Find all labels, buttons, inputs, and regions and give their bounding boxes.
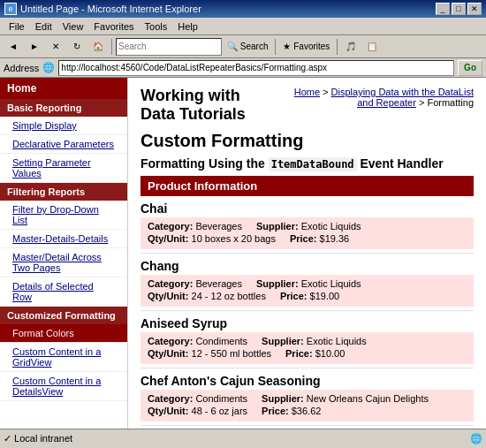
- addressbar: Address 🌐 Go: [0, 58, 486, 78]
- menu-favorites[interactable]: Favorites: [88, 19, 139, 34]
- maximize-button[interactable]: □: [452, 3, 466, 15]
- sidebar-item-declarative-parameters[interactable]: Declarative Parameters: [0, 135, 127, 154]
- page-header: Working with Data Tutorials Home > Displ…: [140, 87, 474, 124]
- product-details-row-2: Qty/Unit: 24 - 12 oz bottles Price: $19.…: [148, 291, 467, 301]
- qty-label: Qty/Unit: 10 boxes x 20 bags: [148, 233, 276, 244]
- favorites-button[interactable]: ★ Favorites: [279, 37, 333, 57]
- qty-label: Qty/Unit: 12 - 550 ml bottles: [148, 348, 271, 359]
- address-label: Address: [4, 63, 39, 73]
- close-button[interactable]: ✕: [467, 3, 482, 15]
- breadcrumb-current: Formatting: [427, 97, 474, 108]
- product-header: Product Information: [140, 176, 474, 196]
- history-button[interactable]: 📋: [362, 37, 382, 57]
- product-details-row-1: Category: Beverages Supplier: Exotic Liq…: [148, 278, 467, 289]
- sidebar-section-filtering-reports[interactable]: Filtering Reports: [0, 183, 127, 201]
- category-label: Category: Condiments: [148, 393, 247, 404]
- supplier-label: Supplier: Exotic Liquids: [256, 278, 361, 289]
- sidebar-item-details-selected-row[interactable]: Details of Selected Row: [0, 277, 127, 307]
- sidebar-home[interactable]: Home: [0, 78, 127, 99]
- price-label: Price: $19.00: [280, 291, 339, 301]
- product-details-row-1: Category: Beverages Supplier: Exotic Liq…: [148, 221, 467, 232]
- toolbar-separator-3: [337, 39, 338, 55]
- sidebar-item-simple-display[interactable]: Simple Display: [0, 117, 127, 135]
- minimize-button[interactable]: _: [436, 3, 450, 15]
- product-name: Aniseed Syrup: [140, 311, 474, 332]
- address-icon: 🌐: [42, 62, 55, 73]
- media-button[interactable]: 🎵: [341, 37, 361, 57]
- back-button[interactable]: ◄: [4, 37, 23, 57]
- content-area: Home Basic Reporting Simple Display Decl…: [0, 78, 486, 429]
- category-label: Category: Beverages: [148, 278, 242, 289]
- menu-tools[interactable]: Tools: [140, 19, 173, 34]
- breadcrumb-home[interactable]: Home: [294, 87, 320, 97]
- price-label: Price: $36.62: [262, 406, 321, 416]
- product-details-row-1: Category: Condiments Supplier: New Orlea…: [148, 393, 467, 404]
- menubar: File Edit View Favorites Tools Help: [0, 18, 486, 35]
- toolbar-separator-2: [275, 39, 276, 55]
- product-details: Category: Beverages Supplier: Exotic Liq…: [140, 275, 474, 307]
- product-item: Chang Category: Beverages Supplier: Exot…: [140, 254, 474, 311]
- search-button[interactable]: 🔍 Search: [224, 37, 271, 57]
- page-title: Custom Formatting: [140, 131, 474, 151]
- menu-edit[interactable]: Edit: [30, 19, 57, 34]
- product-details-row-2: Qty/Unit: 48 - 6 oz jars Price: $36.62: [148, 406, 467, 416]
- supplier-label: Supplier: Exotic Liquids: [256, 221, 361, 232]
- product-item: Chef Anton's Cajun Seasoning Category: C…: [140, 368, 474, 426]
- product-details: Category: Condiments Supplier: New Orlea…: [140, 390, 474, 421]
- go-button[interactable]: Go: [458, 60, 482, 76]
- qty-label: Qty/Unit: 48 - 6 oz jars: [148, 406, 247, 416]
- status-text: ✓ Local intranet: [4, 433, 72, 444]
- window-controls[interactable]: _ □ ✕: [436, 3, 482, 15]
- price-label: Price: $19.36: [290, 233, 349, 244]
- sidebar-item-setting-parameter-values[interactable]: Setting Parameter Values: [0, 154, 127, 183]
- product-details-row-1: Category: Condiments Supplier: Exotic Li…: [148, 336, 467, 346]
- refresh-button[interactable]: ↻: [67, 37, 87, 57]
- sidebar-item-custom-content-detailsview[interactable]: Custom Content in a DetailsView: [0, 372, 127, 401]
- sidebar-item-master-details[interactable]: Master-Details-Details: [0, 230, 127, 248]
- product-name: Chai: [140, 196, 474, 217]
- product-item: Chai Category: Beverages Supplier: Exoti…: [140, 196, 474, 254]
- product-details-row-2: Qty/Unit: 12 - 550 ml bottles Price: $10…: [148, 348, 467, 359]
- supplier-label: Supplier: Exotic Liquids: [262, 336, 367, 346]
- search-input[interactable]: [116, 38, 222, 56]
- window-titlebar: e Untitled Page - Microsoft Internet Exp…: [0, 0, 486, 18]
- price-label: Price: $10.00: [285, 348, 345, 359]
- breadcrumb-sep-2: >: [419, 97, 427, 108]
- status-icon: 🌐: [470, 433, 482, 444]
- page-content: Working with Data Tutorials Home > Displ…: [128, 78, 486, 429]
- qty-label: Qty/Unit: 24 - 12 oz bottles: [148, 291, 266, 301]
- window-title: Untitled Page - Microsoft Internet Explo…: [20, 4, 201, 14]
- site-title: Working with Data Tutorials: [140, 87, 277, 124]
- category-label: Category: Condiments: [148, 336, 247, 346]
- sidebar: Home Basic Reporting Simple Display Decl…: [0, 78, 128, 429]
- product-details: Category: Condiments Supplier: Exotic Li…: [140, 332, 474, 364]
- category-label: Category: Beverages: [148, 221, 242, 232]
- address-input[interactable]: [58, 60, 454, 76]
- product-item: Aniseed Syrup Category: Condiments Suppl…: [140, 311, 474, 368]
- supplier-label: Supplier: New Orleans Cajun Delights: [262, 393, 429, 404]
- window-icon: e: [4, 3, 17, 15]
- breadcrumb-sep-1: >: [323, 87, 330, 97]
- menu-view[interactable]: View: [57, 19, 89, 34]
- breadcrumb: Home > Displaying Data with the DataList…: [277, 87, 474, 108]
- sidebar-item-format-colors[interactable]: Format Colors: [0, 324, 127, 343]
- sidebar-item-custom-content-gridview[interactable]: Custom Content in a GridView: [0, 343, 127, 372]
- sidebar-section-customized-formatting[interactable]: Customized Formatting: [0, 307, 127, 324]
- product-details: Category: Beverages Supplier: Exotic Liq…: [140, 217, 474, 249]
- sidebar-item-filter-dropdown[interactable]: Filter by Drop-Down List: [0, 201, 127, 230]
- product-name: Chang: [140, 254, 474, 275]
- menu-help[interactable]: Help: [172, 19, 203, 34]
- toolbar: ◄ ► ✕ ↻ 🏠 🔍 Search ★ Favorites 🎵 📋: [0, 35, 486, 58]
- section-title: Formatting Using the ItemDataBound Event…: [140, 156, 474, 171]
- product-details-row-2: Qty/Unit: 10 boxes x 20 bags Price: $19.…: [148, 233, 467, 244]
- product-name: Chef Anton's Cajun Seasoning: [140, 368, 474, 390]
- toolbar-separator-1: [111, 39, 112, 55]
- sidebar-item-master-detail-pages[interactable]: Master/Detail Across Two Pages: [0, 248, 127, 277]
- sidebar-section-basic-reporting[interactable]: Basic Reporting: [0, 99, 127, 117]
- menu-file[interactable]: File: [4, 19, 30, 34]
- statusbar: ✓ Local intranet 🌐: [0, 429, 486, 448]
- stop-button[interactable]: ✕: [46, 37, 65, 57]
- home-button[interactable]: 🏠: [88, 37, 108, 57]
- forward-button[interactable]: ►: [25, 37, 44, 57]
